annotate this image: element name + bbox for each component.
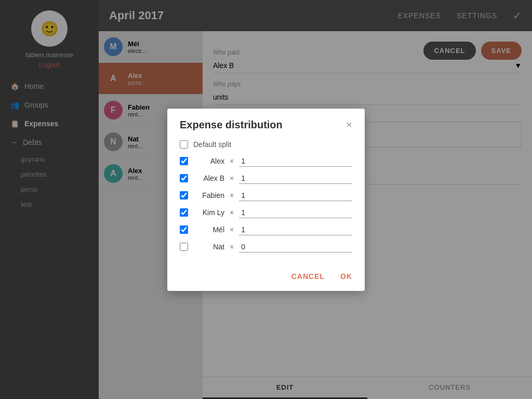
dist-row-fabien: Fabien × — [180, 190, 352, 201]
default-split-row: Default split — [180, 140, 352, 149]
modal-header: Expense distribution × — [167, 109, 365, 136]
dist-row-kimly: Kim Ly × — [180, 207, 352, 218]
nat-checkbox[interactable] — [180, 243, 188, 251]
alex-name: Alex — [193, 157, 224, 165]
default-split-label: Default split — [193, 140, 231, 149]
modal-ok-button[interactable]: OK — [340, 272, 352, 281]
alex-times: × — [230, 157, 234, 165]
dist-row-nat: Nat × — [180, 242, 352, 252]
mel-input[interactable] — [239, 224, 352, 235]
kimly-input[interactable] — [239, 207, 352, 218]
alex-input[interactable] — [239, 156, 352, 167]
modal-footer: CANCEL OK — [167, 267, 365, 291]
modal-body: Default split Alex × Alex B × Fabien × — [167, 136, 365, 267]
modal-cancel-button[interactable]: CANCEL — [291, 272, 325, 281]
dist-row-mel: Mél × — [180, 224, 352, 235]
kimly-name: Kim Ly — [193, 208, 224, 217]
fabien-input[interactable] — [239, 190, 352, 201]
default-split-checkbox[interactable] — [180, 140, 188, 149]
fabien-checkbox[interactable] — [180, 191, 188, 200]
alexb-times: × — [230, 174, 234, 182]
kimly-times: × — [230, 208, 234, 217]
alexb-checkbox[interactable] — [180, 174, 188, 182]
modal-title: Expense distribution — [180, 119, 283, 131]
expense-distribution-modal: Expense distribution × Default split Ale… — [167, 109, 365, 291]
close-icon[interactable]: × — [346, 119, 352, 130]
alexb-name: Alex B — [193, 174, 224, 182]
modal-overlay: Expense distribution × Default split Ale… — [0, 0, 532, 399]
nat-input[interactable] — [239, 242, 352, 252]
nat-name: Nat — [193, 243, 224, 251]
mel-times: × — [230, 225, 234, 234]
alexb-input[interactable] — [239, 173, 352, 184]
fabien-times: × — [230, 191, 234, 200]
alex-checkbox[interactable] — [180, 157, 188, 165]
nat-times: × — [230, 243, 234, 251]
mel-name: Mél — [193, 225, 224, 234]
fabien-name: Fabien — [193, 191, 224, 200]
dist-row-alexb: Alex B × — [180, 173, 352, 184]
kimly-checkbox[interactable] — [180, 208, 188, 217]
mel-checkbox[interactable] — [180, 225, 188, 234]
dist-row-alex: Alex × — [180, 156, 352, 167]
